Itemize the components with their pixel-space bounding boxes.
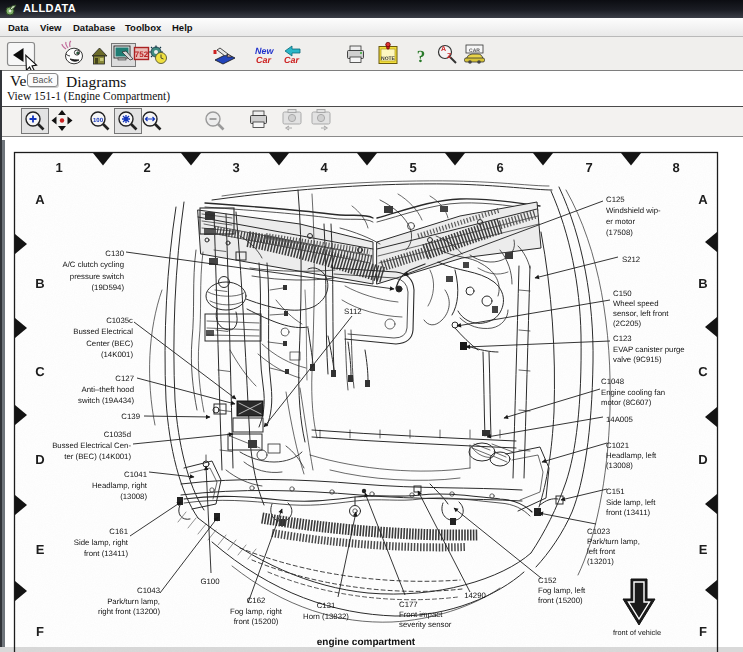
svg-text:(14K001): (14K001) <box>101 350 133 359</box>
svg-text:A: A <box>698 192 708 207</box>
svg-text:Park/turn lamp,: Park/turn lamp, <box>587 537 640 546</box>
svg-text:C1041: C1041 <box>124 470 147 479</box>
svg-text:front (13411): front (13411) <box>84 549 128 558</box>
svg-text:Wheel speed: Wheel speed <box>613 299 659 308</box>
svg-text:valve (9C915): valve (9C915) <box>613 355 662 364</box>
svg-text:D: D <box>698 452 707 467</box>
svg-text:8: 8 <box>672 160 679 175</box>
svg-text:EVAP canister purge: EVAP canister purge <box>613 345 685 354</box>
svg-text:Front impact: Front impact <box>399 610 443 619</box>
svg-text:Headlamp, left: Headlamp, left <box>606 451 657 460</box>
svg-text:B: B <box>698 276 707 291</box>
svg-text:E: E <box>699 542 708 557</box>
svg-text:B: B <box>35 276 44 291</box>
svg-text:C161: C161 <box>109 527 128 536</box>
svg-text:S112: S112 <box>344 307 362 316</box>
svg-text:3: 3 <box>232 160 239 175</box>
svg-text:(2C205): (2C205) <box>613 319 642 328</box>
svg-text:sensor, left front: sensor, left front <box>613 309 669 318</box>
svg-text:(13008): (13008) <box>120 492 147 501</box>
svg-text:14A005: 14A005 <box>606 415 634 424</box>
svg-text:Bussed Electrical: Bussed Electrical <box>73 327 133 336</box>
svg-text:motor (8C607): motor (8C607) <box>601 398 652 407</box>
svg-text:front (13411): front (13411) <box>606 508 650 517</box>
svg-text:Fog lamp, left: Fog lamp, left <box>538 586 586 595</box>
svg-text:Headlamp, right: Headlamp, right <box>92 481 148 490</box>
svg-text:Side lamp, right: Side lamp, right <box>74 538 129 547</box>
svg-text:4: 4 <box>320 160 328 175</box>
svg-text:C1021: C1021 <box>606 441 629 450</box>
svg-text:C151: C151 <box>606 487 625 496</box>
svg-text:Engine cooling fan: Engine cooling fan <box>601 388 665 397</box>
svg-text:Horn (13832): Horn (13832) <box>303 612 349 621</box>
svg-text:C152: C152 <box>538 576 557 585</box>
svg-text:C: C <box>698 364 708 379</box>
svg-text:C162: C162 <box>247 596 266 605</box>
svg-text:2: 2 <box>143 160 150 175</box>
svg-text:C125: C125 <box>606 195 625 204</box>
svg-text:C1023: C1023 <box>587 527 610 536</box>
svg-text:D: D <box>35 452 44 467</box>
svg-text:A: A <box>35 192 45 207</box>
svg-text:C1048: C1048 <box>601 377 624 386</box>
svg-text:front of vehicle: front of vehicle <box>613 628 661 637</box>
svg-text:C130: C130 <box>105 249 124 258</box>
svg-text:(13201): (13201) <box>587 557 614 566</box>
svg-text:ter (BEC) (14K001): ter (BEC) (14K001) <box>64 452 131 461</box>
svg-text:G100: G100 <box>200 577 220 586</box>
svg-text:(17508): (17508) <box>606 228 633 237</box>
svg-text:Fog lamp, right: Fog lamp, right <box>230 607 283 616</box>
svg-text:C131: C131 <box>317 601 336 610</box>
svg-text:F: F <box>36 624 44 639</box>
svg-text:Windshield wip-: Windshield wip- <box>606 206 661 215</box>
svg-text:F: F <box>699 624 707 639</box>
svg-text:C123: C123 <box>613 334 632 343</box>
svg-text:6: 6 <box>496 160 503 175</box>
svg-text:C: C <box>35 364 45 379</box>
svg-text:S212: S212 <box>622 255 640 264</box>
svg-text:C139: C139 <box>121 412 140 421</box>
svg-text:A/C clutch cycling: A/C clutch cycling <box>62 260 124 269</box>
svg-text:Center (BEC): Center (BEC) <box>86 339 133 348</box>
svg-text:C1043: C1043 <box>137 586 160 595</box>
svg-text:engine compartment: engine compartment <box>317 637 416 648</box>
svg-text:front (15200): front (15200) <box>234 617 279 626</box>
svg-text:Anti–theft hood: Anti–theft hood <box>82 385 134 394</box>
svg-text:7: 7 <box>585 160 592 175</box>
svg-text:E: E <box>36 542 45 557</box>
svg-text:pressure switch: pressure switch <box>70 272 124 281</box>
svg-text:1: 1 <box>55 160 62 175</box>
svg-text:Park/turn lamp,: Park/turn lamp, <box>107 597 160 606</box>
svg-text:C150: C150 <box>613 289 632 298</box>
svg-text:C1035c: C1035c <box>106 316 133 325</box>
svg-text:(13008): (13008) <box>606 461 633 470</box>
svg-text:left front: left front <box>587 547 616 556</box>
svg-text:5: 5 <box>409 160 416 175</box>
svg-text:switch (19A434): switch (19A434) <box>78 396 134 405</box>
svg-text:er motor: er motor <box>606 217 635 226</box>
svg-text:right front (13200): right front (13200) <box>98 607 160 616</box>
svg-text:C177: C177 <box>399 600 418 609</box>
svg-text:C127: C127 <box>115 374 134 383</box>
svg-text:C1035d: C1035d <box>104 430 131 439</box>
svg-text:front (15200): front (15200) <box>538 596 583 605</box>
svg-text:Bussed Electrical Cen-: Bussed Electrical Cen- <box>52 441 131 450</box>
svg-text:Side lamp, left: Side lamp, left <box>606 498 656 507</box>
svg-text:severity sensor: severity sensor <box>399 620 452 629</box>
svg-text:14290: 14290 <box>464 591 486 600</box>
svg-text:(19D594): (19D594) <box>91 283 124 292</box>
